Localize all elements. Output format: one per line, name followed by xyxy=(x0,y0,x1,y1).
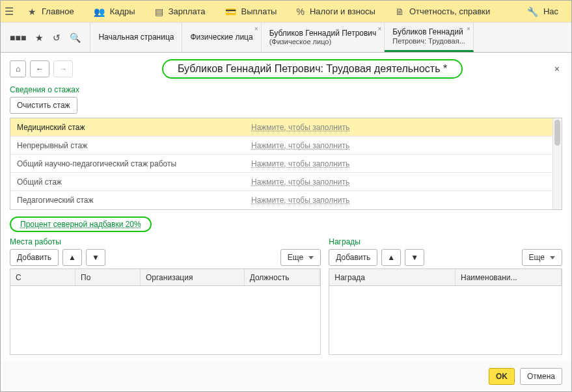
staj-name: Медицинский стаж xyxy=(10,123,251,132)
ok-button[interactable]: OK xyxy=(489,368,515,385)
menu-label: Главное xyxy=(42,7,74,16)
places-grid[interactable]: С По Организация Должность xyxy=(10,268,321,355)
tab-start[interactable]: Начальная страница xyxy=(90,23,182,52)
tab-label: Физические лица xyxy=(190,33,252,42)
home-button[interactable]: ⌂ xyxy=(10,60,26,77)
tab-label: Бубликов Геннадий xyxy=(392,27,463,36)
staj-row[interactable]: Общий стаж Нажмите, чтобы заполнить xyxy=(10,173,562,191)
arrow-down-icon: ▼ xyxy=(92,253,100,262)
history-icon[interactable]: ↺ xyxy=(53,33,61,43)
northern-allowance-link[interactable]: Процент северной надбавки 20% xyxy=(10,216,152,232)
awards-panel: Награды Добавить ▲ ▼ Еще Награда Наимено… xyxy=(329,237,562,355)
people-icon: 👥 xyxy=(94,7,105,17)
menu-zarplata[interactable]: ▤ Зарплата xyxy=(146,1,215,22)
staj-name: Общий научно-педагогический стаж работы xyxy=(10,159,251,168)
menu-main[interactable]: ★ Главное xyxy=(19,1,83,22)
places-add-button[interactable]: Добавить xyxy=(10,249,59,266)
move-up-button[interactable]: ▲ xyxy=(62,249,82,266)
col-to[interactable]: По xyxy=(75,269,141,285)
page-title: Бубликов Геннадий Петрович: Трудовая дея… xyxy=(162,59,463,79)
back-button[interactable]: ← xyxy=(30,60,49,77)
tab-person[interactable]: Бубликов Геннадий Петрович (Физическое л… xyxy=(262,23,385,52)
tab-sublabel: (Физическое лицо) xyxy=(269,38,331,46)
menu-otchet[interactable]: 🗎 Отчетность, справки xyxy=(386,1,499,22)
close-icon[interactable]: × xyxy=(254,25,258,33)
grid-body[interactable] xyxy=(329,286,562,354)
clear-staj-button[interactable]: Очистить стаж xyxy=(10,97,77,114)
staj-row[interactable]: Медицинский стаж Нажмите, чтобы заполнит… xyxy=(10,118,562,137)
move-down-button[interactable]: ▼ xyxy=(86,249,105,266)
arrow-down-icon: ▼ xyxy=(411,253,418,262)
menu-label: Кадры xyxy=(110,7,135,16)
move-down-button[interactable]: ▼ xyxy=(405,249,424,266)
footer: OK Отмена xyxy=(1,361,571,391)
staj-name: Педагогический стаж xyxy=(10,196,251,205)
col-award[interactable]: Награда xyxy=(329,269,456,285)
menu-label: Отчетность, справки xyxy=(409,7,490,16)
col-position[interactable]: Должность xyxy=(245,269,321,285)
awards-more-button[interactable]: Еще xyxy=(522,249,562,266)
col-from[interactable]: С xyxy=(10,269,75,285)
close-icon[interactable]: × xyxy=(377,25,381,33)
lower-panels: Места работы Добавить ▲ ▼ Еще С По Орган… xyxy=(10,237,562,355)
grid-header: С По Организация Должность xyxy=(10,269,320,286)
tabstrip: ■■■ ★ ↺ 🔍 Начальная страница Физические … xyxy=(1,23,571,53)
cancel-button[interactable]: Отмена xyxy=(520,368,562,385)
col-org[interactable]: Организация xyxy=(141,269,245,285)
staj-fill-link[interactable]: Нажмите, чтобы заполнить xyxy=(251,177,562,187)
places-label: Места работы xyxy=(10,237,321,246)
menu-settings[interactable]: 🔧 Нас xyxy=(518,1,567,22)
grid-body[interactable] xyxy=(10,286,320,354)
apps-icon[interactable]: ■■■ xyxy=(10,33,26,43)
tab-fizlitsa[interactable]: Физические лица × xyxy=(182,23,261,52)
col-name[interactable]: Наименовани... xyxy=(456,269,562,285)
wrench-icon: 🔧 xyxy=(527,7,538,17)
main-menubar: ☰ ★ Главное 👥 Кадры ▤ Зарплата 💳 Выплаты… xyxy=(1,1,571,23)
menu-label: Выплаты xyxy=(241,7,277,16)
hamburger-icon[interactable]: ☰ xyxy=(5,5,18,18)
scrollbar[interactable] xyxy=(552,118,562,209)
menu-label: Зарплата xyxy=(169,7,206,16)
staj-row[interactable]: Непрерывный стаж Нажмите, чтобы заполнит… xyxy=(10,137,562,155)
move-up-button[interactable]: ▲ xyxy=(381,249,401,266)
awards-add-button[interactable]: Добавить xyxy=(329,249,377,266)
staj-name: Непрерывный стаж xyxy=(10,141,251,150)
staj-table: Медицинский стаж Нажмите, чтобы заполнит… xyxy=(10,118,562,210)
staj-section-label: Сведения о стажах xyxy=(10,85,562,94)
tab-labor-activity[interactable]: Бубликов Геннадий Петрович: Трудовая... … xyxy=(385,23,474,52)
home-icon: ⌂ xyxy=(16,64,20,73)
wallet-icon: 💳 xyxy=(225,7,236,17)
star-icon[interactable]: ★ xyxy=(35,33,44,43)
menu-kadry[interactable]: 👥 Кадры xyxy=(85,1,144,22)
close-icon[interactable]: × xyxy=(467,25,470,33)
arrow-up-icon: ▲ xyxy=(387,253,395,262)
staj-fill-link[interactable]: Нажмите, чтобы заполнить xyxy=(251,123,562,132)
percent-icon: % xyxy=(296,7,304,17)
calculator-icon: ▤ xyxy=(155,7,163,17)
forward-button[interactable]: → xyxy=(53,60,73,77)
staj-fill-link[interactable]: Нажмите, чтобы заполнить xyxy=(251,196,562,205)
tab-sublabel: Петрович: Трудовая... xyxy=(392,37,465,46)
menu-label: Налоги и взносы xyxy=(310,7,375,16)
close-page-button[interactable]: × xyxy=(552,61,562,77)
staj-row[interactable]: Педагогический стаж Нажмите, чтобы запол… xyxy=(10,191,562,209)
awards-label: Награды xyxy=(329,237,562,246)
staj-fill-link[interactable]: Нажмите, чтобы заполнить xyxy=(251,159,562,168)
content-area: ⌂ ← → Бубликов Геннадий Петрович: Трудов… xyxy=(1,53,571,361)
staj-fill-link[interactable]: Нажмите, чтобы заполнить xyxy=(251,141,562,150)
nav-toolbar: ⌂ ← → Бубликов Геннадий Петрович: Трудов… xyxy=(10,59,562,79)
places-more-button[interactable]: Еще xyxy=(280,249,321,266)
search-icon[interactable]: 🔍 xyxy=(70,33,81,43)
document-icon: 🗎 xyxy=(395,7,404,17)
places-panel: Места работы Добавить ▲ ▼ Еще С По Орган… xyxy=(10,237,321,355)
tabstrip-icons: ■■■ ★ ↺ 🔍 xyxy=(1,23,90,52)
staj-name: Общий стаж xyxy=(10,177,251,187)
scrollbar-thumb[interactable] xyxy=(554,120,560,146)
awards-grid[interactable]: Награда Наименовани... xyxy=(329,268,562,355)
staj-row[interactable]: Общий научно-педагогический стаж работы … xyxy=(10,155,562,173)
menu-label: Нас xyxy=(543,7,558,16)
menu-vyplaty[interactable]: 💳 Выплаты xyxy=(216,1,286,22)
arrow-right-icon: → xyxy=(59,64,67,73)
arrow-left-icon: ← xyxy=(36,64,44,73)
menu-nalogi[interactable]: % Налоги и взносы xyxy=(287,1,385,22)
